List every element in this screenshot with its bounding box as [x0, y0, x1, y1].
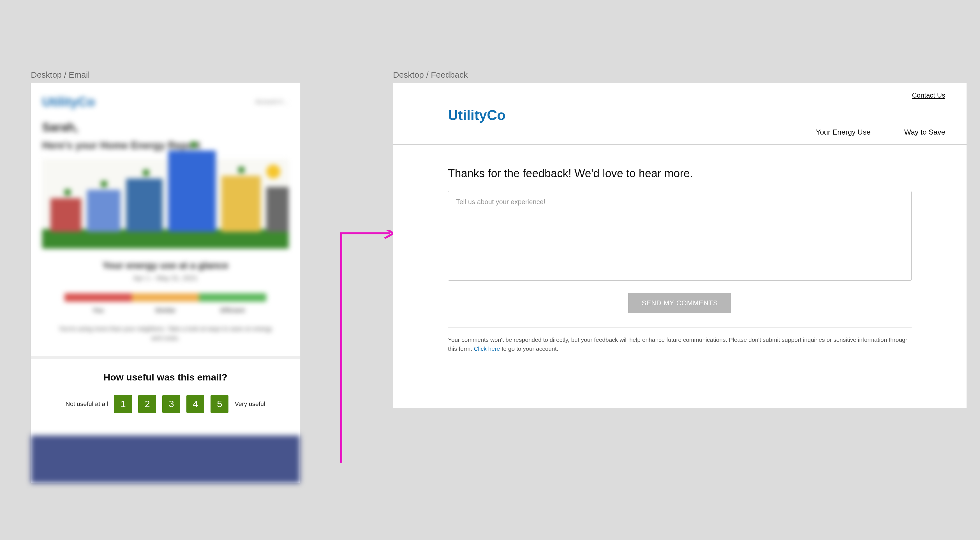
email-footer-blurred — [31, 435, 300, 483]
feedback-disclaimer: Your comments won't be responded to dire… — [448, 335, 912, 353]
rating-button-2[interactable]: 2 — [138, 395, 156, 413]
feedback-header: UtilityCo Contact Us Your Energy Use Way… — [393, 83, 967, 145]
feedback-heading: Thanks for the feedback! We'd love to he… — [448, 167, 912, 180]
rating-low-label: Not useful at all — [65, 400, 108, 408]
divider — [448, 327, 912, 328]
email-greeting: Sarah, — [42, 121, 289, 134]
feedback-textarea[interactable] — [448, 191, 912, 280]
rating-button-1[interactable]: 1 — [114, 395, 132, 413]
panel-label-feedback: Desktop / Feedback — [393, 70, 468, 80]
sun-icon — [266, 164, 280, 178]
email-logo: UtilityCo — [42, 94, 95, 109]
rating-row: Not useful at all 1 2 3 4 5 Very useful — [39, 395, 291, 413]
rating-button-3[interactable]: 3 — [162, 395, 180, 413]
panel-label-email: Desktop / Email — [31, 70, 90, 80]
rating-high-label: Very useful — [235, 400, 265, 408]
feedback-logo: UtilityCo — [448, 107, 506, 123]
glance-note: You're using more than your neighbors. T… — [56, 324, 275, 342]
rating-button-5[interactable]: 5 — [210, 395, 229, 413]
disclaimer-text-post: to go to your account. — [501, 346, 558, 352]
send-comments-button[interactable]: SEND MY COMMENTS — [628, 293, 731, 313]
glance-period: Apr 1 – May 31, 2021 — [42, 274, 289, 282]
contact-us-link[interactable]: Contact Us — [912, 91, 945, 99]
email-blurred-content: UtilityCo Account #… Sarah, Here's your … — [31, 83, 300, 351]
meter-label-mid: Similar — [132, 307, 199, 314]
rating-title: How useful was this email? — [39, 372, 291, 383]
rating-button-4[interactable]: 4 — [186, 395, 204, 413]
nav-your-energy-use[interactable]: Your Energy Use — [816, 128, 871, 137]
feedback-nav: Your Energy Use Way to Save — [816, 128, 945, 137]
flow-arrow-icon — [301, 230, 396, 469]
city-illustration — [42, 159, 289, 249]
glance-title: Your energy use at a glance — [42, 260, 289, 271]
nav-way-to-save[interactable]: Way to Save — [904, 128, 945, 137]
meter-label-low: You — [64, 307, 132, 314]
feedback-panel: UtilityCo Contact Us Your Energy Use Way… — [393, 83, 967, 408]
email-subheading: Here's your Home Energy Report — [42, 139, 289, 152]
disclaimer-click-here-link[interactable]: Click here — [474, 346, 500, 352]
meter-label-high: Efficient — [199, 307, 266, 314]
email-account-label: Account #… — [255, 98, 289, 105]
email-panel: UtilityCo Account #… Sarah, Here's your … — [31, 83, 300, 483]
usage-meter — [64, 293, 266, 302]
rating-block: How useful was this email? Not useful at… — [31, 356, 300, 430]
